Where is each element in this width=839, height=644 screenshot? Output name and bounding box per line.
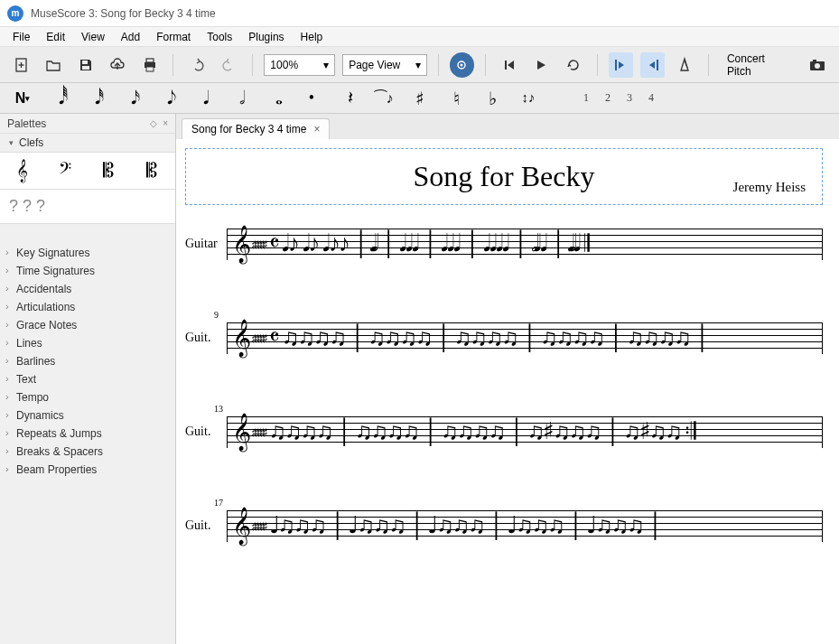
svg-point-21 [815, 63, 820, 69]
staff-label: Guit. [185, 331, 227, 345]
clef-palette-row: 𝄞 𝄢 𝄡 𝄡 [0, 152, 175, 190]
palette-beam-properties[interactable]: Beam Properties [0, 461, 175, 479]
duration-64th-button[interactable]: 𝅘𝅥𝅱 [49, 87, 69, 110]
duration-whole-button[interactable]: 𝅝 [266, 87, 285, 110]
view-mode-combo[interactable]: Page View ▾ [342, 54, 426, 76]
undo-button[interactable] [184, 52, 209, 78]
note-input-mode-button[interactable]: N▾ [13, 87, 33, 110]
palette-time-signatures[interactable]: Time Signatures [0, 262, 175, 280]
treble-clef-cell[interactable]: 𝄞 [5, 156, 38, 185]
main-toolbar: 100% ▾ Page View ▾ Concert Pitch [0, 47, 839, 83]
svg-rect-7 [146, 59, 154, 62]
palette-list: Key Signatures Time Signatures Accidenta… [0, 244, 175, 479]
bass-clef-cell[interactable]: 𝄢 [49, 156, 81, 185]
palette-barlines[interactable]: Barlines [0, 352, 175, 370]
palette-text[interactable]: Text [0, 370, 175, 388]
toolbar-separator [597, 54, 598, 76]
score-title[interactable]: Song for Becky [414, 160, 595, 193]
svg-rect-14 [615, 60, 617, 70]
titlebar: m MuseScore 3: Song for Becky 3 4 time [0, 0, 839, 27]
flip-button[interactable]: ↕♪ [518, 87, 538, 110]
score-composer[interactable]: Jeremy Heiss [733, 180, 806, 195]
duration-8th-button[interactable]: 𝅘𝅥𝅮 [157, 87, 177, 110]
duration-16th-button[interactable]: 𝅘𝅥𝅯 [121, 87, 141, 110]
menu-add[interactable]: Add [114, 29, 147, 45]
palette-breaks-spacers[interactable]: Breaks & Spacers [0, 443, 175, 461]
duration-32nd-button[interactable]: 𝅘𝅥𝅰 [85, 87, 105, 110]
palette-tempo[interactable]: Tempo [0, 388, 175, 406]
palettes-title: Palettes [7, 117, 46, 130]
unknown-palette-row[interactable]: ? ? ? [0, 190, 175, 224]
staff-system-1[interactable]: Guitar 𝄞♯♯♯♯♯ 𝄴 ♩♪ ♩♪ ♩♪♪ │ 𝅗𝅥♩ │ ♩♩♩ │ … [185, 229, 823, 259]
voice-2-button[interactable]: 2 [605, 91, 611, 105]
palette-dynamics[interactable]: Dynamics [0, 406, 175, 425]
palette-lines[interactable]: Lines [0, 334, 175, 352]
metronome-button[interactable] [672, 52, 696, 78]
chevron-down-icon: ▾ [323, 59, 329, 71]
close-tab-icon[interactable]: × [313, 123, 320, 135]
zoom-value: 100% [270, 59, 298, 71]
voice-4-button[interactable]: 4 [648, 91, 654, 105]
voice-3-button[interactable]: 3 [627, 91, 632, 105]
document-tab-label: Song for Becky 3 4 time [191, 123, 306, 135]
title-frame[interactable]: Song for Becky Jeremy Heiss [185, 148, 823, 205]
print-button[interactable] [137, 52, 162, 78]
redo-button[interactable] [217, 52, 241, 78]
staff-lines[interactable]: 𝄞♯♯♯♯♯ 𝄴 ♩♪ ♩♪ ♩♪♪ │ 𝅗𝅥♩ │ ♩♩♩ │ ♩♩♩ │ ♩… [227, 229, 823, 259]
view-mode-value: Page View [349, 59, 400, 71]
staff-system-3[interactable]: Guit. 13 𝄞♯♯♯♯♯ ♫♫♫♫ │ ♫♫♫♫ │ ♫♫♫♫ │ ♫♯♫… [185, 416, 823, 447]
close-icon[interactable]: × [163, 118, 168, 128]
staff-system-2[interactable]: Guit. 9 𝄞♯♯♯♯♯ 𝄴 ♫♫♫♫ │ ♫♫♫♫ │ ♫♫♫♫ │ ♫♫… [185, 322, 823, 353]
palette-articulations[interactable]: Articulations [0, 298, 175, 316]
dot-button[interactable]: • [302, 87, 322, 110]
svg-rect-17 [657, 60, 658, 70]
open-file-button[interactable] [41, 52, 65, 78]
menu-tools[interactable]: Tools [200, 29, 239, 45]
palette-key-signatures[interactable]: Key Signatures [0, 244, 175, 262]
rewind-button[interactable] [497, 52, 521, 78]
tenor-clef-cell[interactable]: 𝄡 [135, 156, 168, 185]
duration-half-button[interactable]: 𝅗𝅥 [229, 87, 249, 110]
menu-edit[interactable]: Edit [39, 29, 72, 45]
bar-number: 13 [214, 404, 223, 414]
save-button[interactable] [73, 52, 98, 78]
alto-clef-cell[interactable]: 𝄡 [92, 156, 125, 185]
content-area: Palettes ◇ × ▾ Clefs 𝄞 𝄢 𝄡 𝄡 ? ? ? Key S… [0, 114, 839, 644]
palette-repeats-jumps[interactable]: Repeats & Jumps [0, 425, 175, 443]
natural-button[interactable]: ♮ [446, 87, 466, 110]
menu-format[interactable]: Format [149, 29, 198, 45]
cloud-save-button[interactable] [105, 52, 129, 78]
play-button[interactable] [529, 52, 554, 78]
sharp-button[interactable]: ♯ [410, 87, 430, 110]
staff-system-4[interactable]: Guit. 17 𝄞♯♯♯♯♯ ♩♫♫♫ │ ♩♫♫♫ │ ♩♫♫♫ │ ♩♫♫… [185, 510, 823, 541]
staff-lines[interactable]: 17 𝄞♯♯♯♯♯ ♩♫♫♫ │ ♩♫♫♫ │ ♩♫♫♫ │ ♩♫♫♫ │ ♩♫… [227, 510, 823, 541]
menu-view[interactable]: View [74, 29, 112, 45]
voice-1-button[interactable]: 1 [583, 91, 589, 105]
settings-round-button[interactable] [450, 52, 474, 78]
svg-marker-18 [681, 59, 688, 70]
flat-button[interactable]: ♭ [482, 87, 502, 110]
camera-button[interactable] [806, 52, 830, 78]
zoom-combo[interactable]: 100% ▾ [264, 54, 335, 76]
svg-marker-15 [619, 61, 624, 69]
staff-lines[interactable]: 9 𝄞♯♯♯♯♯ 𝄴 ♫♫♫♫ │ ♫♫♫♫ │ ♫♫♫♫ │ ♫♫♫♫ │ ♫… [227, 322, 823, 353]
undock-icon[interactable]: ◇ [150, 118, 157, 128]
score-page[interactable]: Song for Becky Jeremy Heiss Guitar 𝄞♯♯♯♯… [176, 139, 839, 644]
palettes-sidebar: Palettes ◇ × ▾ Clefs 𝄞 𝄢 𝄡 𝄡 ? ? ? Key S… [0, 114, 176, 644]
rest-button[interactable]: 𝄽 [338, 87, 358, 110]
loop-in-button[interactable] [609, 52, 633, 78]
concert-pitch-button[interactable]: Concert Pitch [720, 53, 798, 77]
loop-button[interactable] [561, 52, 585, 78]
new-file-button[interactable] [9, 52, 33, 78]
loop-out-button[interactable] [640, 52, 665, 78]
tie-button[interactable]: ⁀♪ [374, 87, 394, 110]
palette-accidentals[interactable]: Accidentals [0, 280, 175, 298]
document-tab[interactable]: Song for Becky 3 4 time × [182, 118, 330, 139]
clefs-section-header[interactable]: ▾ Clefs [0, 134, 175, 152]
menu-plugins[interactable]: Plugins [241, 29, 291, 45]
duration-quarter-button[interactable]: 𝅘𝅥 [193, 87, 213, 110]
menu-help[interactable]: Help [294, 29, 331, 45]
staff-lines[interactable]: 13 𝄞♯♯♯♯♯ ♫♫♫♫ │ ♫♫♫♫ │ ♫♫♫♫ │ ♫♯♫♫♫ │ ♫… [227, 416, 823, 447]
palette-grace-notes[interactable]: Grace Notes [0, 316, 175, 334]
menu-file[interactable]: File [5, 29, 37, 45]
